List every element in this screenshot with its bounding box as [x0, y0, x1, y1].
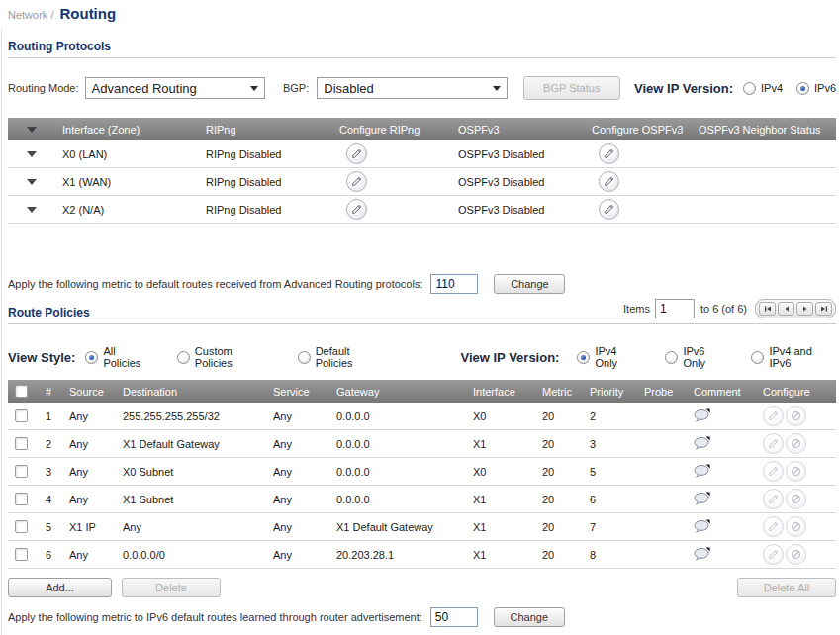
destination-cell: X0 Subnet	[111, 466, 261, 478]
delete-policy-button[interactable]	[786, 433, 806, 454]
policy-number-cell: 5	[34, 521, 57, 533]
edit-policy-button[interactable]	[763, 406, 784, 426]
ipv6-metric-input[interactable]	[430, 607, 478, 627]
delete-policy-button[interactable]	[786, 461, 806, 482]
advanced-routing-metric-input[interactable]	[430, 274, 478, 294]
service-cell: Any	[261, 410, 325, 422]
ipv4-only-radio[interactable]: IPv4 Only	[577, 345, 641, 369]
expand-row-icon[interactable]	[8, 207, 55, 213]
ipv6-change-button[interactable]: Change	[494, 607, 565, 627]
prohibit-icon	[790, 548, 802, 561]
default-policies-radio[interactable]: Default Policies	[298, 345, 390, 369]
service-cell: Any	[261, 438, 325, 450]
delete-button[interactable]: Delete	[122, 578, 221, 597]
route-policies-filters: View Style: All Policies Custom Policies…	[8, 345, 836, 369]
priority-cell: 5	[578, 466, 632, 478]
interface-cell: X1	[461, 494, 530, 505]
routing-mode-select[interactable]: Advanced Routing	[85, 77, 265, 99]
ipv4-radio[interactable]: IPv4	[743, 82, 783, 95]
expand-row-icon[interactable]	[8, 179, 55, 185]
all-policies-label: All Policies	[103, 345, 154, 369]
service-cell: Any	[261, 549, 325, 561]
configure-ospfv3-button[interactable]	[599, 171, 619, 192]
last-page-button[interactable]	[815, 302, 832, 316]
advanced-routing-metric-label: Apply the following metric to default ro…	[8, 278, 422, 290]
page-left-border	[1, 28, 2, 635]
edit-policy-button[interactable]	[763, 461, 784, 482]
breadcrumb-section[interactable]: Network /	[8, 9, 53, 21]
comment-icon[interactable]	[694, 440, 710, 452]
items-label: Items	[623, 303, 650, 315]
row-select-checkbox[interactable]	[15, 520, 28, 533]
edit-policy-button[interactable]	[763, 433, 784, 454]
edit-policy-button[interactable]	[763, 489, 784, 509]
view-style-label: View Style:	[8, 350, 75, 365]
advanced-routing-change-button[interactable]: Change	[494, 274, 565, 294]
route-policies-heading: Route Policies	[8, 306, 90, 319]
ipv6-radio[interactable]: IPv6	[796, 82, 836, 95]
row-select-checkbox[interactable]	[15, 437, 28, 450]
priority-cell: 3	[578, 438, 632, 450]
custom-policies-radio[interactable]: Custom Policies	[177, 345, 272, 369]
metric-cell: 20	[530, 466, 578, 478]
ipv4-and-ipv6-radio[interactable]: IPv4 and IPv6	[751, 345, 836, 369]
delete-policy-button[interactable]	[786, 406, 806, 426]
source-cell: Any	[57, 549, 111, 561]
pencil-icon	[603, 203, 615, 216]
expand-row-icon[interactable]	[8, 151, 55, 157]
configure-ripng-button[interactable]	[346, 171, 367, 192]
add-button[interactable]: Add...	[8, 578, 112, 597]
configure-ospfv3-button[interactable]	[599, 143, 619, 164]
policy-number-cell: 1	[34, 410, 57, 422]
next-page-button[interactable]	[796, 302, 813, 316]
radio-icon	[743, 82, 756, 95]
comment-icon[interactable]	[694, 523, 710, 535]
route-policies-table: # Source Destination Service Gateway Int…	[8, 380, 836, 569]
prev-page-button[interactable]	[778, 302, 794, 316]
bgp-value: Disabled	[324, 81, 374, 96]
edit-policy-button[interactable]	[763, 544, 784, 565]
destination-cell: X1 Subnet	[111, 494, 261, 505]
routing-mode-value: Advanced Routing	[92, 81, 197, 96]
comment-icon[interactable]	[694, 412, 710, 424]
configure-ospfv3-button[interactable]	[599, 199, 619, 220]
comment-icon[interactable]	[694, 551, 710, 563]
select-all-checkbox[interactable]	[15, 385, 28, 398]
first-page-button[interactable]	[759, 302, 776, 316]
routing-page: Network / Routing Routing Protocols Rout…	[0, 0, 840, 635]
column-header-probe: Probe	[632, 380, 682, 403]
advanced-routing-metric-row: Apply the following metric to default ro…	[8, 274, 565, 294]
pencil-icon	[350, 175, 363, 188]
row-select-checkbox[interactable]	[15, 465, 28, 478]
row-select-checkbox[interactable]	[15, 493, 28, 505]
source-cell: Any	[57, 438, 111, 450]
row-select-checkbox[interactable]	[15, 409, 28, 422]
column-header-comment: Comment	[682, 380, 751, 403]
bgp-select[interactable]: Disabled	[317, 77, 507, 99]
service-cell: Any	[261, 521, 325, 533]
destination-cell: X1 Default Gateway	[111, 438, 261, 450]
prev-page-icon	[783, 305, 791, 313]
column-header-gateway: Gateway	[325, 380, 461, 403]
comment-icon[interactable]	[694, 468, 710, 480]
bgp-status-button[interactable]: BGP Status	[523, 76, 621, 100]
items-input[interactable]	[655, 299, 695, 318]
destination-cell: 0.0.0.0/0	[111, 549, 261, 561]
all-policies-radio[interactable]: All Policies	[85, 345, 154, 369]
configure-ripng-button[interactable]	[346, 199, 367, 220]
delete-policy-button[interactable]	[786, 489, 806, 509]
edit-policy-button[interactable]	[763, 516, 784, 537]
table-row: 6 Any 0.0.0.0/0 Any 20.203.28.1 X1 20 8	[8, 541, 836, 569]
row-select-checkbox[interactable]	[15, 548, 28, 561]
configure-ripng-button[interactable]	[346, 143, 367, 164]
pencil-icon	[767, 548, 780, 561]
delete-policy-button[interactable]	[786, 544, 806, 565]
route-policies-section-header: Route Policies Items to 6 (of 6)	[8, 299, 836, 324]
pencil-icon	[603, 175, 615, 188]
delete-all-button[interactable]: Delete All	[737, 578, 836, 597]
ipv6-only-radio[interactable]: IPv6 Only	[665, 345, 729, 369]
comment-icon[interactable]	[694, 496, 710, 507]
chevron-down-icon	[493, 86, 501, 91]
collapse-all-icon[interactable]	[8, 127, 55, 133]
delete-policy-button[interactable]	[786, 516, 806, 537]
